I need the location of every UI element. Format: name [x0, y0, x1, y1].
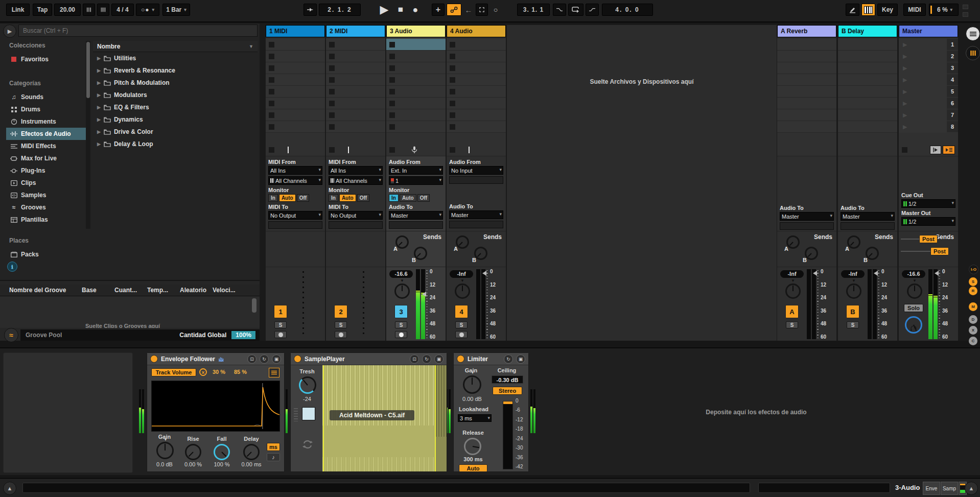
clip-stop-icon[interactable]: [269, 42, 274, 48]
solo-button[interactable]: S: [786, 321, 798, 328]
scene-slot[interactable]: ▶4: [899, 74, 958, 86]
fall-knob[interactable]: [214, 444, 230, 460]
browser-collapse-button[interactable]: ▶: [3, 25, 16, 38]
clip-slot[interactable]: [447, 39, 506, 51]
solo-button[interactable]: S: [455, 321, 468, 328]
clip-slot[interactable]: [266, 86, 325, 98]
waveform-display[interactable]: Acid Meltdown - C5.aif: [322, 365, 447, 471]
peak-level-display[interactable]: -16.6: [902, 270, 925, 278]
hot-swap-icon[interactable]: ↻: [504, 354, 513, 364]
map-min-value[interactable]: 30 %: [213, 369, 225, 375]
track-stop-row[interactable]: [326, 144, 385, 156]
global-amount-value[interactable]: 100%: [231, 331, 255, 339]
stereo-link-button[interactable]: Stereo: [493, 387, 522, 395]
sidebar-item-midi-effects[interactable]: MIDI Effects: [6, 140, 86, 152]
track-activator-button[interactable]: 1: [274, 305, 287, 318]
pre-post-toggle-b[interactable]: Post: [930, 247, 949, 255]
show-crossfader-toggle[interactable]: X: [969, 326, 977, 335]
monitor-off-button[interactable]: Off: [357, 194, 369, 202]
monitor-auto-button[interactable]: Auto: [400, 194, 416, 202]
scene-slot[interactable]: ▶3: [899, 62, 958, 75]
show-hide-browser-button[interactable]: ▲: [3, 482, 16, 495]
stop-all-button[interactable]: [943, 146, 955, 154]
clip-slot[interactable]: [326, 109, 385, 121]
sidebar-item-sounds[interactable]: ♫Sounds: [6, 91, 86, 103]
monitor-off-button[interactable]: Off: [297, 194, 309, 202]
input-type-chooser[interactable]: Ext. In: [389, 166, 443, 175]
track-title[interactable]: 1 MIDI: [266, 25, 325, 37]
pan-knob[interactable]: [785, 283, 801, 299]
show-sends-toggle[interactable]: S: [969, 277, 977, 286]
sidebar-item-plantillas[interactable]: Plantillas: [6, 214, 86, 226]
computer-midi-keyboard-button[interactable]: [861, 4, 875, 16]
level-meter[interactable]: 012 2436 4860: [476, 269, 504, 339]
track-activator-button[interactable]: 2: [334, 305, 347, 318]
clip-slot[interactable]: [326, 62, 385, 74]
clip-slot[interactable]: [447, 121, 506, 133]
save-preset-icon[interactable]: ▣: [272, 354, 281, 364]
new-midi-clip-button[interactable]: +: [432, 4, 445, 16]
clip-slot[interactable]: [447, 86, 506, 98]
io-mixer-overview-button[interactable]: [966, 46, 980, 60]
scene-overview-button[interactable]: [966, 27, 980, 41]
hot-swap-icon[interactable]: ↻: [422, 354, 431, 364]
peak-level-display[interactable]: -Inf: [780, 270, 804, 278]
groove-pool-drop-area[interactable]: Suelte Clips o Grooves aquí: [0, 296, 260, 328]
lookahead-chooser[interactable]: 3 ms: [458, 414, 492, 422]
output-type-chooser[interactable]: Master: [780, 212, 834, 221]
arm-button[interactable]: [274, 331, 287, 338]
delay-knob[interactable]: [243, 444, 260, 460]
session-drop-area[interactable]: Suelte Archivos y Dispositivos aquí: [507, 25, 777, 341]
pan-knob[interactable]: [455, 283, 470, 299]
sidebar-item-plug-ins[interactable]: Plug-Ins: [6, 164, 86, 177]
sidebar-item-clips[interactable]: Clips: [6, 177, 86, 189]
midi-map-button[interactable]: MIDI: [903, 4, 926, 16]
device-activator[interactable]: [150, 355, 158, 363]
output-type-chooser[interactable]: Master: [841, 212, 895, 221]
sidebar-item-drums[interactable]: Drums: [6, 103, 86, 115]
map-list-icon[interactable]: [269, 368, 279, 377]
track-title[interactable]: 4 Audio: [447, 25, 506, 37]
volume-fader-handle[interactable]: [482, 271, 486, 276]
master-level-meter[interactable]: 012 2436 4860: [928, 269, 956, 339]
sidebar-item-max-for-live[interactable]: Max for Live: [6, 152, 86, 164]
scene-slot[interactable]: ▶1: [899, 39, 958, 51]
clip-slot[interactable]: [386, 51, 446, 62]
show-hide-detail-button[interactable]: ▲: [965, 482, 978, 495]
thresh-knob[interactable]: [299, 376, 316, 394]
sidebar-item-instruments[interactable]: Instruments: [6, 115, 86, 128]
play-button[interactable]: ▶: [377, 2, 391, 17]
solo-button[interactable]: S: [847, 321, 859, 328]
scene-slot[interactable]: ▶8: [899, 121, 958, 133]
return-activator-button[interactable]: B: [846, 305, 859, 318]
tap-tempo-button[interactable]: Tap: [33, 4, 52, 16]
output-type-chooser[interactable]: No Output: [268, 211, 322, 220]
auto-release-button[interactable]: Auto: [459, 464, 487, 472]
level-meter[interactable]: 012 2436 4860: [416, 269, 444, 339]
scene-slot[interactable]: ▶6: [899, 98, 958, 110]
scene-slot[interactable]: ▶2: [899, 51, 958, 63]
output-type-chooser[interactable]: No Output: [329, 211, 383, 220]
loop-mode-icon[interactable]: [302, 439, 313, 450]
device-chip-sample-player[interactable]: Samp: [941, 482, 958, 495]
output-type-chooser[interactable]: Master: [389, 211, 443, 220]
browser-list-header[interactable]: Nombre ▼: [93, 41, 258, 52]
stop-all-clips-button[interactable]: [269, 147, 274, 153]
punch-in-position-field[interactable]: 3. 1. 1: [517, 4, 550, 16]
arm-button[interactable]: [455, 331, 468, 338]
nudge-down-icon[interactable]: [83, 4, 95, 16]
clip-slot[interactable]: [386, 74, 446, 86]
key-map-button[interactable]: Key: [877, 4, 898, 16]
groove-pool-toggle-icon[interactable]: ≈: [4, 328, 18, 342]
volume-fader-handle[interactable]: [935, 271, 939, 276]
monitor-auto-button[interactable]: Auto: [339, 194, 356, 202]
clip-slot[interactable]: [447, 62, 506, 74]
sidebar-item-grooves[interactable]: ≈Grooves: [6, 201, 86, 214]
track-activator-button[interactable]: 3: [394, 305, 408, 318]
arm-button[interactable]: [335, 331, 347, 338]
link-button[interactable]: Link: [6, 4, 30, 16]
device-chip-envelope-follower[interactable]: Enve: [923, 482, 940, 495]
volume-fader-handle[interactable]: [874, 271, 878, 276]
stop-all-clips-button[interactable]: [329, 147, 335, 153]
input-type-chooser[interactable]: All Ins: [268, 166, 322, 175]
